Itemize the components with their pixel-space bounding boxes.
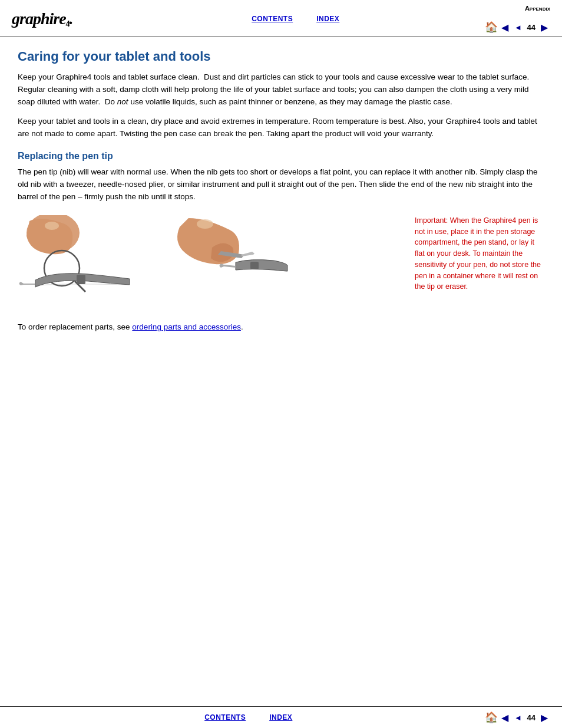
top-nav: graphire4. Contents Index Appendix 🏠 ◀ ◄…	[0, 0, 562, 37]
svg-rect-6	[250, 262, 259, 269]
prev2-btn-bottom[interactable]: ◄	[513, 711, 524, 723]
main-content: Caring for your tablet and tools Keep yo…	[0, 37, 562, 706]
order-text-before: To order replacement parts, see	[18, 322, 132, 331]
ordering-parts-link[interactable]: ordering parts and accessories	[132, 322, 241, 331]
important-note: Important: When the Graphire4 pen is not…	[415, 215, 544, 292]
svg-point-1	[45, 222, 59, 230]
page-title: Caring for your tablet and tools	[18, 49, 544, 64]
image-area: Important: When the Graphire4 pen is not…	[18, 215, 544, 309]
contents-link-bottom[interactable]: Contents	[204, 713, 246, 722]
next-btn-bottom[interactable]: ▶	[538, 711, 550, 723]
index-link-bottom[interactable]: Index	[269, 713, 292, 722]
svg-point-5	[197, 219, 213, 229]
para2: Keep your tablet and tools in a clean, d…	[18, 116, 544, 140]
appendix-label: Appendix	[525, 5, 550, 12]
next-btn-top[interactable]: ▶	[538, 21, 550, 33]
logo-sub: 4	[66, 19, 70, 28]
important-label: Important:	[415, 216, 448, 225]
order-text-after: .	[241, 322, 243, 331]
nav-links: Contents Index	[106, 15, 485, 23]
home-btn-top[interactable]: 🏠	[485, 21, 497, 33]
logo: graphire4.	[12, 9, 73, 28]
bottom-nav-right: 🏠 ◀ ◄ 44 ▶	[485, 711, 550, 723]
prev2-btn-top[interactable]: ◄	[513, 21, 524, 33]
logo-text: graphire	[12, 9, 66, 28]
page-num-top: 44	[527, 23, 535, 32]
pen-tip-image-2	[159, 218, 289, 307]
italic-not: not	[117, 97, 128, 106]
pen-images	[18, 215, 403, 309]
order-parts-text: To order replacement parts, see ordering…	[18, 321, 544, 334]
important-text: When the Graphire4 pen is not in use, pl…	[415, 216, 541, 291]
bottom-nav-links: Contents Index	[12, 713, 485, 722]
prev-btn-bottom[interactable]: ◀	[499, 711, 511, 723]
section-title: Replacing the pen tip	[18, 151, 544, 162]
pen-tip-image-1	[18, 215, 141, 309]
prev-btn-top[interactable]: ◀	[499, 21, 511, 33]
bottom-nav: Contents Index 🏠 ◀ ◄ 44 ▶	[0, 706, 562, 728]
home-btn-bottom[interactable]: 🏠	[485, 711, 497, 723]
para1: Keep your Graphire4 tools and tablet sur…	[18, 71, 544, 108]
page-num-bottom: 44	[527, 713, 535, 722]
svg-rect-4	[77, 275, 85, 284]
contents-link-top[interactable]: Contents	[252, 15, 293, 23]
logo-area: graphire4.	[12, 9, 106, 28]
nav-controls-top: 🏠 ◀ ◄ 44 ▶	[485, 21, 550, 33]
index-link-top[interactable]: Index	[316, 15, 339, 23]
section-para: The pen tip (nib) will wear with normal …	[18, 166, 544, 203]
